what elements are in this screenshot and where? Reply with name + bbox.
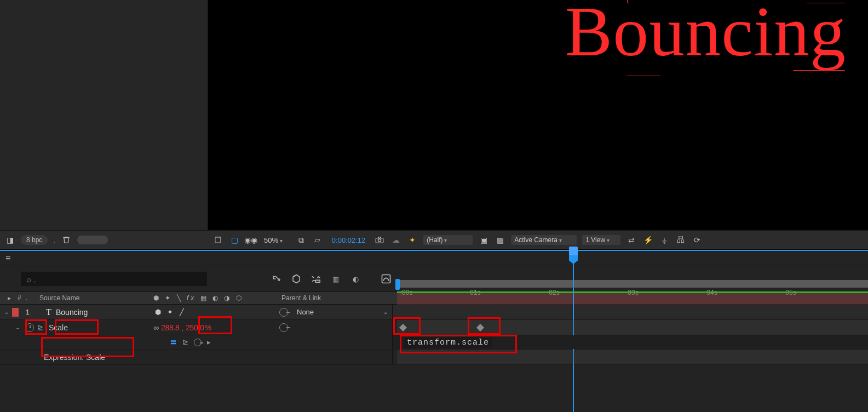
status-dot: . [53,236,55,244]
shy-layers-icon[interactable] [310,273,322,285]
snapshot-icon[interactable] [374,234,385,245]
transparency-grid-icon[interactable]: ▩ [495,234,505,245]
search-caret: ˯ [33,274,36,283]
motion-blur-icon[interactable]: ◐ [349,273,361,285]
layer-index: 1 [22,308,30,316]
col-play-icon[interactable]: ▸ [8,294,13,302]
property-timeline-area[interactable] [392,320,868,335]
region-of-interest-icon[interactable]: ▱ [312,234,323,245]
scale-x-value[interactable]: 288.8 [161,323,180,332]
layer-color-chip[interactable] [12,308,19,317]
layer-timeline-area[interactable] [392,305,868,319]
composition-viewer[interactable]: Bouncing [208,0,868,230]
comp-mini-flowchart-icon[interactable] [271,273,283,285]
col-dot: . [26,294,27,302]
layer-handle-mark [793,70,845,76]
search-icon: ⌕ [26,274,31,284]
resolution-dropdown[interactable]: (Half) [423,235,473,245]
toggle-viewer-icon[interactable]: ❐ [212,234,223,245]
fast-preview-icon[interactable]: ⚡ [642,234,653,245]
expression-controls-row: 〓 ⊵ ▸ transform.scale [0,335,868,350]
expression-label[interactable]: Expression: Scale [44,353,105,362]
show-channel-icon[interactable]: ☁ [390,234,401,245]
current-time-display[interactable]: 0:00:02:12 [332,236,365,244]
expression-label-row[interactable]: Expression: Scale [0,350,868,365]
viewer-text-layer[interactable]: Bouncing [565,0,846,72]
frame-blend-icon[interactable]: ▥ [330,273,342,285]
link-dimensions-icon[interactable]: ∞ [153,323,159,332]
timeline-toolbar: ⌕ ˯ ▥ ◐ [0,266,868,291]
svg-rect-3 [382,275,390,283]
toggle-alpha-icon[interactable]: ◨ [4,234,15,245]
layer-duration-bar[interactable] [397,293,868,305]
flowchart-icon[interactable]: 品 [675,234,686,245]
scale-y-value[interactable]: 250.0 [186,323,204,332]
property-label-scale[interactable]: Scale [49,323,68,332]
trash-icon[interactable] [61,234,72,245]
col-index-header[interactable]: # [18,294,21,302]
vr-goggles-icon[interactable]: ◉◉ [245,234,256,245]
timeline-icon[interactable]: ⏚ [659,234,670,245]
layer-row[interactable]: ⌄ 1 T Bouncing ⬢ ✦ ╱ None ⌄ [0,305,868,320]
timeline-panel: ≡ ⌕ ˯ ▥ ◐ [0,251,868,412]
stopwatch-icon[interactable] [25,323,34,332]
switch-quality-icon[interactable]: ╱ [177,308,186,317]
layer-name[interactable]: Bouncing [56,308,88,317]
svg-point-1 [378,239,381,242]
reset-exposure-icon[interactable]: ⟳ [692,234,703,245]
panel-menu-icon[interactable]: ≡ [5,254,10,264]
col-parent-header[interactable]: Parent & Link [281,294,321,302]
color-management-icon[interactable]: ✦ [407,234,418,245]
layer-handle-mark [807,0,845,3]
work-area-start-handle[interactable] [395,279,400,290]
layer-rows: ⌄ 1 T Bouncing ⬢ ✦ ╱ None ⌄ [0,305,868,365]
draft-3d-icon[interactable] [290,273,302,285]
render-progress-pill [77,236,108,244]
expression-timeline-area[interactable]: transform.scale [392,335,868,349]
layer-handle-mark [627,76,660,81]
resolution-grid-icon[interactable]: ⧉ [296,234,307,245]
pickwhip-icon[interactable] [279,323,288,332]
property-twirl-icon[interactable]: ⌄ [15,324,20,330]
switch-solo-icon[interactable]: ✦ [165,308,174,317]
expression-language-menu-icon[interactable]: ▸ [207,338,211,346]
layer-handle-mark [627,0,629,3]
layer-twirl-icon[interactable]: ⌄ [4,309,9,315]
scale-pct: % [205,323,211,332]
timeline-tab-bar: ≡ [0,251,868,266]
chevron-down-icon: ⌄ [383,309,388,315]
switch-video-icon[interactable]: ⬢ [153,308,162,317]
project-panel[interactable] [0,0,208,230]
zoom-dropdown[interactable]: 50% [264,236,283,244]
expression-pickwhip-icon[interactable] [194,339,202,346]
work-area-bar[interactable] [396,280,868,288]
expression-enable-icon[interactable]: 〓 [170,337,177,347]
graph-editor-icon[interactable] [380,273,392,285]
expression-graph-icon[interactable]: ⊵ [182,338,188,346]
layer-search-input[interactable]: ⌕ ˯ [21,272,207,286]
fast-previews-icon[interactable]: ▣ [478,234,489,245]
viewer-status-right: ❐ ▢ ◉◉ 50% ⧉ ▱ 0:00:02:12 ☁ ✦ (Half) ▣ ▩… [208,234,868,245]
toggle-transparency-icon[interactable]: ▢ [229,234,240,245]
views-dropdown[interactable]: 1 View [582,235,620,245]
pixel-aspect-icon[interactable]: ⇄ [626,234,637,245]
scale-sep: , [182,323,184,332]
property-row-scale[interactable]: ⌄ ⊵ Scale ∞ 288.8, 250.0 % [0,320,868,335]
app-root: Bouncing ◨ 8 bpc . ❐ ▢ ◉◉ 50% ⧉ ▱ 0:00:0… [0,0,868,412]
camera-dropdown[interactable]: Active Camera [511,235,577,245]
project-status-left: ◨ 8 bpc . [0,234,208,245]
text-layer-icon: T [45,307,53,317]
graph-editor-mini-icon[interactable]: ⊵ [37,323,43,331]
parent-value: None [297,308,314,316]
top-area: Bouncing [0,0,868,230]
col-switches-header[interactable]: ⬢ ✦ ╲ fx ▦ ◐ ◑ ⬡ [153,294,274,302]
expression-text-field[interactable]: transform.scale [404,337,492,348]
col-source-header[interactable]: Source Name [39,294,79,302]
parent-dropdown[interactable]: None ⌄ [292,308,392,316]
viewer-status-bar: ◨ 8 bpc . ❐ ▢ ◉◉ 50% ⧉ ▱ 0:00:02:12 ☁ ✦ … [0,230,868,250]
bpc-indicator[interactable]: 8 bpc [21,235,48,245]
playhead-handle[interactable] [569,247,578,256]
pickwhip-icon[interactable] [279,308,288,317]
svg-point-2 [278,279,280,281]
